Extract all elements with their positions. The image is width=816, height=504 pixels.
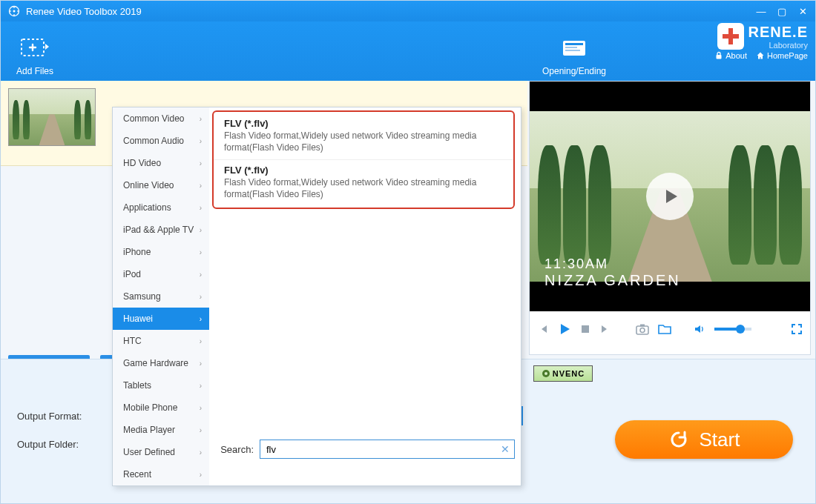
svg-point-19	[544, 372, 547, 375]
clear-search-icon[interactable]: ✕	[501, 443, 510, 455]
category-item[interactable]: Common Video›	[113, 107, 209, 130]
volume-slider[interactable]	[714, 328, 751, 331]
next-button[interactable]	[599, 323, 611, 335]
window-title: Renee Video Toolbox 2019	[26, 6, 756, 17]
minimize-button[interactable]: ―	[756, 6, 766, 16]
add-files-button[interactable]: Add Files	[1, 33, 69, 76]
brand-sub: Laboratory	[748, 41, 808, 50]
category-item[interactable]: Common Audio›	[113, 130, 209, 152]
preview-controls	[530, 311, 810, 347]
result-list: FLV (*.flv)Flash Video format,Widely use…	[209, 110, 521, 465]
stop-button[interactable]	[580, 324, 590, 334]
start-button[interactable]: Start	[615, 420, 793, 459]
output-format-label: Output Format:	[17, 411, 122, 422]
svg-rect-13	[717, 55, 722, 59]
category-item[interactable]: Media Player›	[113, 419, 209, 441]
lock-icon	[714, 51, 723, 60]
category-item[interactable]: HD Video›	[113, 152, 209, 174]
nvidia-icon	[542, 369, 550, 378]
play-overlay-button[interactable]	[646, 173, 694, 220]
format-result-item[interactable]: FLV (*.flv)Flash Video format,Widely use…	[214, 160, 513, 206]
category-item[interactable]: Game Hardware›	[113, 352, 209, 374]
fullscreen-button[interactable]	[791, 323, 803, 335]
refresh-icon	[668, 429, 689, 450]
category-item[interactable]: User Defined›	[113, 441, 209, 463]
category-item[interactable]: iPod›	[113, 263, 209, 285]
play-button[interactable]	[558, 322, 571, 336]
opening-ending-label: Opening/Ending	[526, 66, 622, 76]
preview-overlay-text: 11:30AM NIZZA GARDEN	[544, 256, 681, 289]
result-highlight-box: FLV (*.flv)Flash Video format,Widely use…	[212, 110, 515, 209]
app-logo-icon	[8, 5, 20, 17]
close-button[interactable]: ✕	[797, 6, 808, 16]
add-files-icon	[1, 33, 69, 63]
category-item[interactable]: HTC›	[113, 330, 209, 352]
main-toolbar: Add Files Opening/Ending RENE.E Laborato…	[1, 21, 815, 81]
category-list: Common Video›Common Audio›HD Video›Onlin…	[113, 107, 209, 485]
prev-button[interactable]	[537, 323, 549, 335]
brand-block: RENE.E Laboratory About HomePage	[714, 23, 808, 60]
svg-rect-10	[565, 50, 580, 51]
svg-rect-12	[723, 34, 739, 39]
category-item[interactable]: iPad && Apple TV›	[113, 219, 209, 241]
output-folder-label: Output Folder:	[17, 439, 122, 450]
about-link[interactable]: About	[714, 51, 747, 60]
svg-rect-8	[565, 43, 583, 45]
format-result-item[interactable]: FLV (*.flv)Flash Video format,Widely use…	[214, 113, 513, 160]
brand-name: RENE.E	[748, 24, 808, 41]
svg-rect-9	[565, 47, 577, 48]
category-item[interactable]: Samsung›	[113, 285, 209, 308]
volume-button[interactable]	[694, 323, 705, 335]
nvenc-badge: NVENC	[533, 365, 593, 382]
category-item[interactable]: Applications›	[113, 196, 209, 219]
brand-cross-icon	[717, 23, 744, 50]
category-item[interactable]: Online Video›	[113, 174, 209, 196]
title-bar: Renee Video Toolbox 2019 ― ▢ ✕	[1, 1, 815, 21]
opening-ending-button[interactable]: Opening/Ending	[526, 33, 622, 76]
opening-ending-icon	[526, 33, 622, 63]
svg-rect-15	[636, 326, 648, 334]
video-thumbnail[interactable]	[8, 88, 96, 146]
category-item[interactable]: Tablets›	[113, 374, 209, 397]
snapshot-button[interactable]	[636, 323, 649, 335]
svg-rect-17	[640, 325, 645, 327]
search-input[interactable]: flv ✕	[260, 440, 515, 459]
open-folder-button[interactable]	[658, 323, 671, 335]
add-files-label: Add Files	[1, 66, 69, 76]
svg-point-1	[13, 10, 16, 13]
category-item[interactable]: Recent›	[113, 463, 209, 485]
maximize-button[interactable]: ▢	[777, 6, 787, 16]
search-label: Search:	[209, 444, 254, 455]
play-icon	[659, 186, 680, 207]
category-item[interactable]: Huawei›	[113, 308, 209, 330]
category-item[interactable]: Mobile Phone›	[113, 397, 209, 419]
format-dropdown: Common Video›Common Audio›HD Video›Onlin…	[112, 107, 521, 486]
svg-point-16	[640, 328, 645, 333]
main-area: Clear Remove 11:30AM NIZZA GARDEN	[1, 81, 815, 503]
svg-rect-14	[582, 325, 589, 333]
home-icon	[756, 51, 765, 60]
category-item[interactable]: iPhone›	[113, 241, 209, 263]
preview-panel: 11:30AM NIZZA GARDEN	[529, 81, 811, 355]
homepage-link[interactable]: HomePage	[756, 51, 808, 60]
preview-video[interactable]: 11:30AM NIZZA GARDEN	[530, 82, 810, 311]
